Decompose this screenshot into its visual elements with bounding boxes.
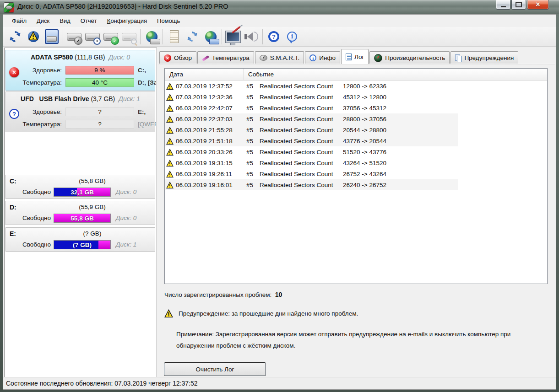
log-attr-id: #5 xyxy=(244,182,260,188)
log-value-change: 43776 -> 20544 xyxy=(343,138,386,145)
log-date: 06.03.2019 19:26:11 xyxy=(176,171,232,177)
log-document-icon xyxy=(346,54,352,60)
volume-panel-e[interactable]: E: (? GB) Свободно (? GB) Диск: 1 xyxy=(5,227,155,252)
window-title: Диск: 0, ADATA SP580 [2H1920019653] - Ha… xyxy=(17,3,228,10)
log-row[interactable]: 06.03.2019 21:51:18 #5 Reallocated Secto… xyxy=(165,135,458,146)
title-bar: Диск: 0, ADATA SP580 [2H1920019653] - Ha… xyxy=(0,0,559,14)
tab-temperature[interactable]: Температура xyxy=(197,51,254,64)
hardware-test-button[interactable] xyxy=(224,28,242,45)
warning-triangle-icon xyxy=(28,31,38,40)
disk-detect-button[interactable] xyxy=(43,28,61,45)
tab-smart[interactable]: S.M.A.R.T. xyxy=(255,51,304,64)
log-value-change: 12800 -> 62336 xyxy=(343,83,386,90)
alerts-pages-icon xyxy=(455,54,461,62)
log-row[interactable]: 06.03.2019 19:16:01 #5 Reallocated Secto… xyxy=(165,179,458,190)
disk-title: ADATA SP580 (111,8 GB) Диск: 0 xyxy=(6,54,155,61)
tab-performance[interactable]: Производительность xyxy=(369,51,450,64)
acoustic-warning-button[interactable] xyxy=(24,28,43,45)
app-icon xyxy=(4,2,14,13)
disk-sidebar: ADATA SP580 (111,8 GB) Диск: 0 × Здоровь… xyxy=(4,48,157,378)
column-header-event[interactable]: Событие xyxy=(244,69,458,80)
log-row[interactable]: 06.03.2019 22:37:03 #5 Reallocated Secto… xyxy=(165,113,458,124)
warning-triangle-icon xyxy=(166,127,174,134)
sound-settings-button[interactable] xyxy=(242,28,261,45)
disk-surface-test-button[interactable] xyxy=(120,28,138,45)
toolbar-separator xyxy=(222,29,222,44)
log-attr-id: #5 xyxy=(244,171,260,177)
log-attr-id: #5 xyxy=(244,116,260,123)
log-list: Дата Событие 07.03.2019 12:37:52 #5 Real… xyxy=(164,68,548,284)
volume-letter: E: xyxy=(10,230,16,237)
volume-disk-label: Диск: 0 xyxy=(116,188,136,195)
menu-file[interactable]: Файл xyxy=(7,16,32,26)
free-label: Свободно xyxy=(22,241,51,248)
maximize-button[interactable] xyxy=(511,0,526,10)
log-row[interactable]: 06.03.2019 21:55:28 #5 Reallocated Secto… xyxy=(165,124,458,135)
clear-log-button[interactable]: Очистить Лог xyxy=(164,362,266,376)
menu-disk[interactable]: Диск xyxy=(32,16,54,26)
log-event-name: Reallocated Sectors Count xyxy=(260,160,343,166)
warning-triangle-icon xyxy=(166,116,174,123)
report-button[interactable] xyxy=(165,28,183,45)
partition-label: [QWERTY xyxy=(138,121,156,128)
disk-monitor-icon xyxy=(45,29,59,44)
disk-title: UFD USB Flash Drive (3,7 GB) Диск: 1 xyxy=(6,95,155,102)
menu-view[interactable]: Вид xyxy=(54,16,76,26)
column-header-date[interactable]: Дата xyxy=(165,69,244,80)
status-bar: Состояние последнего обновления: 07.03.2… xyxy=(3,377,556,389)
volume-size: (55,9 GB) xyxy=(79,204,106,210)
log-date: 07.03.2019 12:32:36 xyxy=(176,94,233,101)
sync-icon xyxy=(186,30,199,43)
toolbar-separator xyxy=(63,29,63,44)
scheduled-test-button[interactable] xyxy=(83,28,102,45)
about-button[interactable]: i xyxy=(283,28,301,45)
disk-ok-button[interactable]: ✓ xyxy=(102,28,120,45)
warning-text: Предупреждение: за прошедшие дни найдено… xyxy=(179,310,358,317)
performance-gauge-icon xyxy=(374,54,382,62)
log-row[interactable]: 07.03.2019 12:37:52 #5 Reallocated Secto… xyxy=(165,81,458,91)
log-row[interactable]: 07.03.2019 12:32:36 #5 Reallocated Secto… xyxy=(165,91,458,102)
log-row[interactable]: 06.03.2019 20:33:26 #5 Reallocated Secto… xyxy=(165,146,458,157)
status-text: Состояние последнего обновления: 07.03.2… xyxy=(6,380,198,387)
network-disks-button[interactable] xyxy=(142,28,161,45)
log-value-change: 28800 -> 37056 xyxy=(343,116,386,123)
tab-alerts[interactable]: Предупреждения xyxy=(450,51,518,64)
free-label: Свободно xyxy=(22,188,51,195)
minimize-button[interactable] xyxy=(496,0,510,10)
log-event-name: Reallocated Sectors Count xyxy=(260,83,343,90)
thermometer-icon xyxy=(202,54,209,62)
refresh-button[interactable] xyxy=(6,28,24,45)
log-value-change: 26240 -> 26752 xyxy=(343,182,386,188)
tab-info[interactable]: iИнфо xyxy=(305,51,340,64)
help-button[interactable]: ? xyxy=(265,28,283,45)
toolbar-separator xyxy=(163,29,163,44)
tab-log[interactable]: Лог xyxy=(341,49,369,64)
log-attr-id: #5 xyxy=(244,105,260,112)
remote-monitoring-button[interactable] xyxy=(201,28,220,45)
log-row[interactable]: 06.03.2019 19:31:15 #5 Reallocated Secto… xyxy=(165,157,458,168)
disk-panel-ufd[interactable]: UFD USB Flash Drive (3,7 GB) Диск: 1 ? З… xyxy=(5,91,155,132)
volume-size: (55,8 GB) xyxy=(79,177,106,184)
volume-letter: D: xyxy=(10,204,16,211)
close-button[interactable]: × xyxy=(527,0,549,10)
menu-report[interactable]: Отчёт xyxy=(76,16,102,26)
menu-help[interactable]: Помощь xyxy=(152,16,185,26)
log-date: 06.03.2019 19:16:01 xyxy=(176,182,233,188)
smart-gauge-icon xyxy=(260,55,267,61)
quick-test-button[interactable] xyxy=(65,28,83,45)
menu-configuration[interactable]: Конфигурация xyxy=(102,16,152,26)
problems-count: 10 xyxy=(275,291,282,298)
volume-panel-d[interactable]: D: (55,9 GB) Свободно 55,8 GB Диск: 0 xyxy=(5,201,155,225)
log-date: 06.03.2019 19:31:15 xyxy=(176,160,233,166)
log-row[interactable]: 06.03.2019 19:26:11 #5 Reallocated Secto… xyxy=(165,168,458,179)
log-event-name: Reallocated Sectors Count xyxy=(260,127,343,134)
free-space-bar: 32,1 GB xyxy=(54,188,111,197)
tab-overview[interactable]: ×Обзор xyxy=(159,51,196,64)
log-row[interactable]: 06.03.2019 22:42:07 #5 Reallocated Secto… xyxy=(165,102,458,113)
menu-bar: Файл Диск Вид Отчёт Конфигурация Помощь xyxy=(3,15,556,27)
log-attr-id: #5 xyxy=(244,83,260,90)
maximize-icon xyxy=(516,2,522,7)
sync-button[interactable] xyxy=(183,28,201,45)
disk-panel-adata[interactable]: ADATA SP580 (111,8 GB) Диск: 0 × Здоровь… xyxy=(5,50,155,91)
volume-panel-c[interactable]: C: (55,8 GB) Свободно 32,1 GB Диск: 0 xyxy=(5,175,155,199)
